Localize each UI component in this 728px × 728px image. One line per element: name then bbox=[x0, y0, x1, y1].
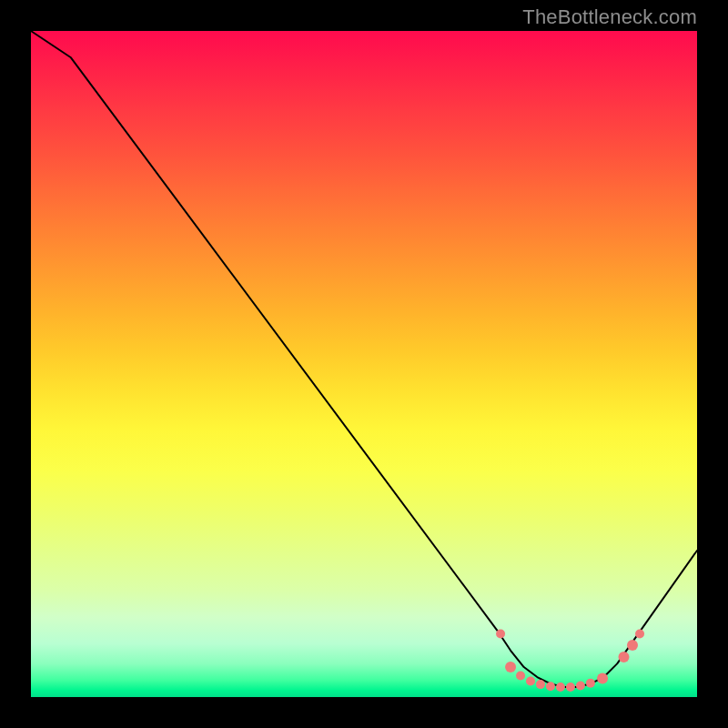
data-marker bbox=[546, 682, 555, 691]
data-marker bbox=[586, 679, 595, 688]
data-marker bbox=[516, 672, 525, 681]
data-marker bbox=[526, 676, 535, 685]
plot-area bbox=[31, 31, 697, 697]
data-marker bbox=[597, 673, 608, 684]
data-marker bbox=[627, 640, 638, 651]
data-marker bbox=[618, 652, 629, 662]
data-marker bbox=[566, 682, 575, 692]
data-marker bbox=[536, 680, 545, 689]
data-marker bbox=[496, 629, 505, 638]
data-marker bbox=[576, 682, 585, 691]
attribution-text: TheBottleneck.com bbox=[522, 5, 697, 29]
data-marker bbox=[635, 629, 644, 638]
curve-layer bbox=[31, 31, 697, 687]
series-bottleneck-curve bbox=[31, 31, 697, 687]
plot-svg bbox=[31, 31, 697, 697]
data-marker bbox=[505, 662, 516, 672]
data-marker bbox=[556, 682, 565, 692]
chart-canvas: TheBottleneck.com bbox=[0, 0, 728, 728]
